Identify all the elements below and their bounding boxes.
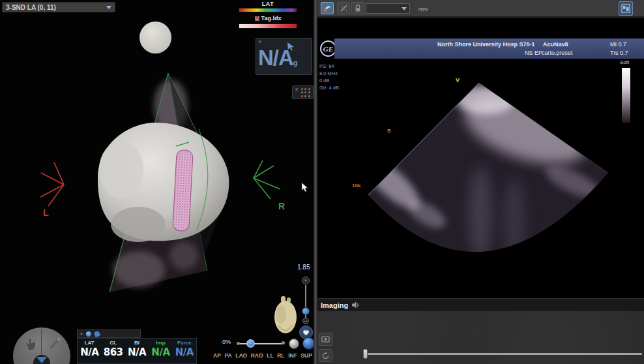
stat-force: Force N/A (173, 339, 196, 363)
right-orientation-fan (254, 160, 280, 199)
depth-marker: 10k (352, 183, 360, 189)
graymap-label: Soft (620, 59, 629, 65)
tis-value: TIs 0.7 (610, 50, 628, 56)
slider-end-dot (282, 341, 285, 344)
ultrasound-toolbar (317, 0, 644, 17)
mi-value: MI 0.7 (610, 41, 626, 48)
contact-force-widget[interactable]: x N/Ag (256, 38, 312, 75)
view-button-inf[interactable]: INF (288, 352, 297, 359)
app-window: L R 3-SND LA (0, 11) LAT Tag.ldx x (0, 0, 644, 364)
cine-strip (317, 311, 644, 364)
chevron-down-icon (106, 6, 111, 9)
color-scale-title: LAT (239, 1, 297, 7)
left-orientation-fan (40, 162, 64, 206)
preset-group: NS EP (525, 50, 542, 56)
map-selector-dropdown[interactable]: 3-SND LA (0, 11) (2, 2, 115, 12)
view-button-ap[interactable]: AP (213, 352, 221, 359)
view-button-rl[interactable]: RL (277, 352, 284, 359)
pan-rotate-control[interactable] (8, 326, 76, 364)
speaker-icon[interactable] (352, 301, 360, 309)
measure-button[interactable] (337, 2, 350, 14)
layout-grid-icon (621, 4, 630, 13)
close-icon[interactable]: x (80, 331, 83, 337)
stat-cl: CL 863 (101, 339, 124, 363)
zoom-slider-handle[interactable] (302, 307, 310, 315)
cine-position-handle[interactable] (363, 349, 368, 359)
layout-button[interactable] (619, 1, 633, 16)
pin-icon[interactable] (86, 331, 91, 337)
snapshot-button[interactable] (319, 333, 332, 346)
color-scale-widget: LAT Tag.ldx (239, 1, 297, 29)
scale-value: 1.85 (297, 264, 310, 271)
map-selector-value: 3-SND LA (0, 11) (6, 4, 106, 11)
reference-ball[interactable] (139, 22, 171, 53)
acquisition-params: PS: 64 8.0 MHz 0 dB Grt: 4 dB (319, 63, 339, 91)
grayscale-bar (622, 68, 630, 123)
mouse-cursor (301, 183, 309, 193)
hospital-name: North Shore University Hosp S70-1 (437, 41, 535, 48)
close-icon[interactable]: x (295, 87, 298, 92)
sector-marker-s: S (387, 128, 390, 134)
fill-slider-handle[interactable] (246, 339, 255, 348)
zoom-out-button[interactable]: − (302, 318, 309, 324)
chevron-down-icon (402, 7, 407, 10)
exam-info-bar: North Shore University Hosp S70-1 AcuNav… (334, 38, 644, 59)
view-button-pa[interactable]: PA (224, 352, 231, 359)
fill-percent-label: 0% (222, 339, 231, 345)
wand-rotate-icon[interactable] (47, 335, 63, 351)
orientation-label-left: L (43, 207, 49, 218)
wave-button[interactable] (417, 2, 430, 14)
heart-model-icon[interactable] (272, 295, 300, 337)
view-orientation-row: AP PA LAO RAO LL RL INF SUP (213, 352, 312, 359)
preset-select[interactable] (366, 3, 410, 14)
stats-titlebar[interactable]: x (77, 329, 141, 338)
hand-tool-icon[interactable] (94, 330, 100, 337)
view-button-ll[interactable]: LL (267, 352, 273, 359)
lock-icon (354, 4, 362, 12)
preset-name: carto.preset (542, 50, 573, 56)
lock-button[interactable] (351, 2, 364, 14)
rotate-view-button[interactable] (302, 337, 314, 350)
tag-grid-icon (255, 16, 259, 21)
tag-index-label: Tag.ldx (261, 15, 282, 22)
wave-icon (418, 5, 428, 12)
lat-color-bar[interactable] (239, 8, 297, 12)
snapshot-icon (321, 335, 330, 343)
pencil-icon (340, 4, 348, 12)
cine-timeline[interactable] (363, 353, 642, 355)
shell-lower-lobe (111, 207, 166, 242)
loop-button[interactable] (319, 349, 332, 362)
ultrasound-display[interactable]: GE North Shore University Hosp S70-1 Acu… (317, 18, 644, 298)
zoom-in-button[interactable]: + (302, 277, 310, 284)
stat-bi: BI N/A (125, 339, 149, 363)
contact-force-value: N/Ag (258, 46, 297, 74)
view-button-rao[interactable]: RAO (251, 352, 263, 359)
points-grid-icon (301, 88, 311, 98)
catheter-stats-panel: x LAT N/A CL 863 BI N/A Imp (77, 329, 197, 364)
stat-lat: LAT N/A (78, 339, 101, 363)
points-widget[interactable]: x (292, 85, 314, 99)
view-button-sup[interactable]: SUP (300, 352, 312, 359)
device-name: AcuNav8 (543, 41, 568, 48)
echo-sector (317, 18, 644, 298)
tag-color-bar[interactable] (239, 23, 297, 29)
orientation-label-right: R (278, 201, 285, 211)
shell-lobe (99, 141, 143, 198)
view-button-lao[interactable]: LAO (235, 352, 247, 359)
imaging-status-bar: Imaging (317, 298, 644, 311)
stat-imp: Imp N/A (149, 339, 172, 363)
ultrasound-panel: GE North Shore University Hosp S70-1 Acu… (317, 0, 644, 364)
globe-view-button[interactable] (289, 339, 299, 349)
sector-marker-v: V (456, 77, 460, 83)
heart-icon (302, 329, 310, 336)
loop-icon (321, 352, 330, 360)
hand-pan-icon[interactable] (23, 337, 38, 352)
stats-grid: LAT N/A CL 863 BI N/A Imp N/A Force N/ (77, 338, 197, 364)
carto-3d-panel: L R 3-SND LA (0, 11) LAT Tag.ldx x (0, 0, 314, 364)
probe-icon (323, 4, 332, 12)
close-icon[interactable]: x (259, 39, 261, 44)
imaging-status-label: Imaging (321, 301, 348, 309)
funnel-icon[interactable] (37, 357, 47, 363)
probe-connect-button[interactable] (321, 2, 334, 14)
